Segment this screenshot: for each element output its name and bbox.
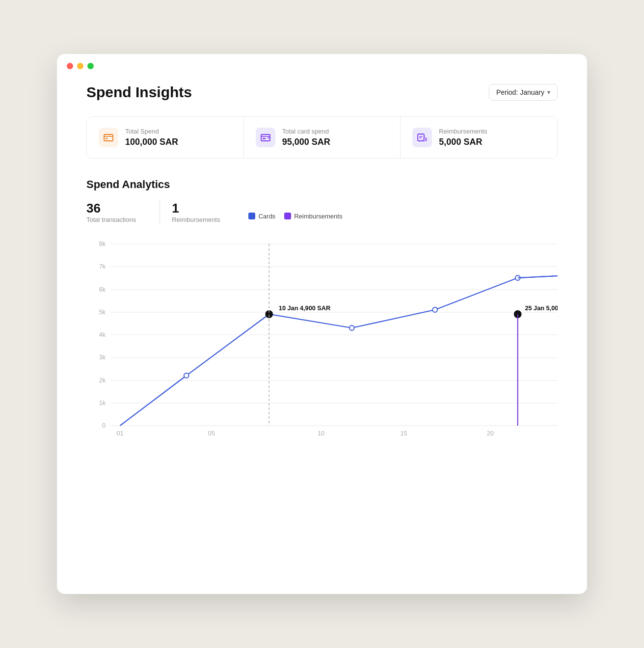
period-dropdown[interactable]: Period: January ▾ (489, 84, 558, 101)
svg-text:1k: 1k (99, 399, 106, 406)
chart-container: 8k 7k 6k 5k 4k 3k 2k 1k 0 01 05 10 15 20… (86, 239, 558, 445)
svg-text:05: 05 (208, 430, 215, 437)
legend-cards: Cards (248, 213, 275, 220)
cards-line-ext (518, 276, 558, 278)
reimbursements-label: Reimbursements (439, 128, 487, 135)
card-spend-label: Total card spend (282, 128, 330, 135)
chevron-down-icon: ▾ (547, 89, 550, 96)
stat-card-total-spend: Total Spend 100,000 SAR (87, 117, 244, 158)
total-spend-icon (99, 128, 118, 147)
chart-point-day20 (432, 307, 437, 312)
cards-legend-label: Cards (258, 213, 275, 220)
stat-card-reimbursements: Reimbursements 5,000 SAR (401, 117, 557, 158)
close-button[interactable] (67, 63, 73, 69)
svg-rect-0 (104, 135, 113, 141)
maximize-button[interactable] (87, 63, 94, 69)
svg-text:6k: 6k (99, 286, 106, 293)
header-row: Spend Insights Period: January ▾ (86, 84, 558, 101)
svg-text:20: 20 (487, 430, 494, 437)
reimbursements-stat-label: Reimbursements (172, 216, 220, 223)
svg-text:01: 01 (116, 430, 123, 437)
reimbursements-legend-dot (284, 213, 291, 219)
legend-reimbursements: Reimbursements (284, 213, 342, 220)
svg-text:4k: 4k (99, 331, 106, 338)
svg-rect-6 (418, 134, 424, 141)
svg-text:8k: 8k (99, 240, 106, 247)
tooltip-day10: 10 Jan 4,900 SAR (279, 304, 331, 312)
minimize-button[interactable] (77, 63, 83, 69)
cards-legend-dot (248, 213, 255, 219)
svg-text:0: 0 (102, 422, 106, 429)
total-spend-info: Total Spend 100,000 SAR (125, 128, 178, 147)
main-content: Spend Insights Period: January ▾ Total S… (57, 74, 587, 465)
svg-rect-2 (106, 138, 107, 139)
period-label: Period: January (496, 88, 544, 96)
total-transactions-stat: 36 Total transactions (86, 201, 148, 223)
titlebar (57, 54, 587, 74)
reimbursements-number: 1 (172, 201, 220, 216)
app-window: Spend Insights Period: January ▾ Total S… (57, 54, 587, 594)
page-title: Spend Insights (86, 84, 192, 101)
svg-rect-5 (263, 138, 266, 139)
svg-text:3k: 3k (99, 353, 106, 361)
svg-text:10: 10 (318, 430, 324, 437)
spend-chart: 8k 7k 6k 5k 4k 3k 2k 1k 0 01 05 10 15 20… (86, 239, 558, 445)
svg-text:7k: 7k (99, 263, 106, 270)
svg-text:2k: 2k (99, 377, 106, 384)
reimbursements-legend-label: Reimbursements (294, 213, 342, 220)
svg-text:15: 15 (400, 430, 407, 437)
reimbursements-stat: 1 Reimbursements (160, 201, 232, 223)
card-spend-info: Total card spend 95,000 SAR (282, 128, 330, 147)
total-spend-value: 100,000 SAR (125, 137, 178, 147)
card-spend-icon (256, 128, 275, 147)
analytics-stats: 36 Total transactions 1 Reimbursements (86, 201, 243, 223)
total-spend-label: Total Spend (125, 128, 178, 135)
card-spend-value: 95,000 SAR (282, 137, 330, 147)
total-transactions-label: Total transactions (86, 216, 136, 223)
reimbursements-icon (412, 128, 432, 147)
total-transactions-number: 36 (86, 201, 136, 216)
stat-card-card-spend: Total card spend 95,000 SAR (244, 117, 401, 158)
chart-legend: Cards Reimbursements (248, 213, 342, 220)
stat-cards-container: Total Spend 100,000 SAR Total card spend (86, 116, 558, 159)
reimbursements-info: Reimbursements 5,000 SAR (439, 128, 487, 147)
svg-text:5k: 5k (99, 308, 106, 316)
analytics-title: Spend Analytics (86, 178, 558, 191)
reimbursements-value: 5,000 SAR (439, 137, 487, 147)
chart-point-day15 (349, 325, 354, 330)
tooltip-day25: 25 Jan 5,000 SAR (525, 304, 558, 312)
chart-point-day5 (184, 373, 189, 378)
